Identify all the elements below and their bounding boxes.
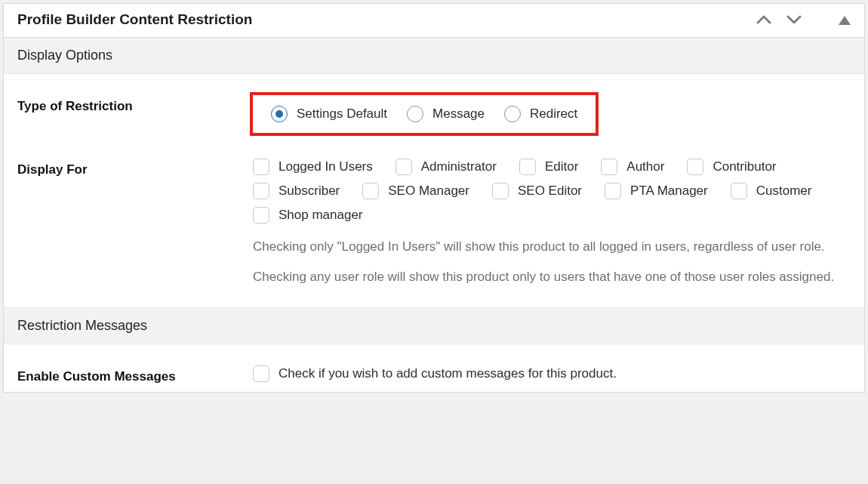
checkbox-icon bbox=[253, 207, 269, 224]
radio-icon bbox=[504, 106, 521, 122]
display-for-description-2: Checking any user role will show this pr… bbox=[253, 267, 851, 287]
role-checkbox-contributor[interactable]: Contributor bbox=[687, 159, 776, 175]
role-checkbox-seo-manager[interactable]: SEO Manager bbox=[362, 183, 469, 199]
checkbox-icon bbox=[687, 159, 703, 175]
checkbox-label: Administrator bbox=[421, 159, 497, 174]
checkbox-icon bbox=[362, 183, 379, 199]
checkbox-icon bbox=[253, 159, 269, 175]
radio-label: Settings Default bbox=[297, 106, 387, 122]
svg-marker-0 bbox=[839, 16, 851, 25]
restriction-radio-redirect[interactable]: Redirect bbox=[504, 106, 577, 122]
role-checkbox-author[interactable]: Author bbox=[601, 159, 664, 175]
radio-icon bbox=[271, 106, 288, 122]
role-checkbox-administrator[interactable]: Administrator bbox=[396, 159, 497, 175]
panel-move-down-icon[interactable] bbox=[786, 13, 802, 26]
checkbox-icon bbox=[731, 183, 747, 199]
section-display-options: Display Options bbox=[4, 38, 864, 74]
role-checkbox-customer[interactable]: Customer bbox=[731, 183, 812, 199]
checkbox-label: Subscriber bbox=[279, 183, 340, 199]
checkbox-icon bbox=[601, 159, 617, 175]
restriction-type-highlight: Settings Default Message Redirect bbox=[250, 92, 599, 136]
display-for-description-1: Checking only "Logged In Users" will sho… bbox=[253, 237, 851, 257]
restriction-radio-message[interactable]: Message bbox=[407, 106, 485, 122]
row-display-for: Display For Logged In Users Administrato… bbox=[4, 143, 864, 307]
checkbox-label: PTA Manager bbox=[630, 183, 708, 199]
role-checkbox-seo-editor[interactable]: SEO Editor bbox=[492, 183, 582, 199]
checkbox-label: Logged In Users bbox=[279, 159, 373, 174]
restriction-type-label: Type of Restriction bbox=[17, 95, 253, 114]
panel-title: Profile Builder Content Restriction bbox=[17, 11, 252, 28]
checkbox-label: SEO Editor bbox=[518, 183, 582, 199]
checkbox-label: Customer bbox=[756, 183, 812, 199]
panel-body: Display Options Type of Restriction Sett… bbox=[4, 38, 864, 392]
role-checkbox-logged-in-users[interactable]: Logged In Users bbox=[253, 159, 373, 175]
row-enable-custom-messages: Enable Custom Messages Check if you wish… bbox=[4, 344, 864, 392]
radio-icon bbox=[407, 106, 423, 122]
checkbox-label: Editor bbox=[545, 159, 578, 174]
checkbox-label: Author bbox=[626, 159, 664, 174]
checkbox-icon bbox=[253, 183, 269, 199]
display-for-role-list: Logged In Users Administrator Editor Aut… bbox=[253, 159, 851, 224]
display-for-label: Display For bbox=[17, 159, 253, 177]
restriction-radio-settings-default[interactable]: Settings Default bbox=[271, 106, 387, 122]
role-checkbox-pta-manager[interactable]: PTA Manager bbox=[605, 183, 708, 199]
restriction-type-options: Settings Default Message Redirect bbox=[253, 95, 851, 136]
display-for-content: Logged In Users Administrator Editor Aut… bbox=[253, 159, 851, 286]
row-restriction-type: Type of Restriction Settings Default Mes… bbox=[4, 74, 864, 143]
checkbox-label: Contributor bbox=[713, 159, 776, 174]
panel-controls bbox=[756, 13, 851, 26]
section-restriction-messages: Restriction Messages bbox=[4, 307, 864, 344]
radio-label: Message bbox=[432, 106, 485, 122]
checkbox-icon bbox=[519, 159, 536, 175]
custom-messages-checkbox[interactable]: Check if you wish to add custom messages… bbox=[253, 365, 851, 382]
role-checkbox-editor[interactable]: Editor bbox=[519, 159, 578, 175]
role-checkbox-shop-manager[interactable]: Shop manager bbox=[253, 207, 363, 224]
role-checkbox-subscriber[interactable]: Subscriber bbox=[253, 183, 340, 199]
checkbox-icon bbox=[396, 159, 412, 175]
checkbox-label: Shop manager bbox=[279, 208, 363, 223]
checkbox-icon bbox=[253, 365, 269, 382]
checkbox-label: SEO Manager bbox=[388, 183, 469, 199]
radio-label: Redirect bbox=[530, 106, 577, 122]
checkbox-icon bbox=[605, 183, 621, 199]
custom-messages-label: Enable Custom Messages bbox=[17, 365, 253, 384]
checkbox-icon bbox=[492, 183, 509, 199]
content-restriction-panel: Profile Builder Content Restriction Disp… bbox=[3, 3, 865, 393]
panel-move-up-icon[interactable] bbox=[756, 13, 772, 26]
panel-toggle-icon[interactable] bbox=[839, 14, 851, 25]
custom-messages-checkbox-label: Check if you wish to add custom messages… bbox=[279, 366, 617, 381]
panel-titlebar: Profile Builder Content Restriction bbox=[4, 4, 864, 38]
